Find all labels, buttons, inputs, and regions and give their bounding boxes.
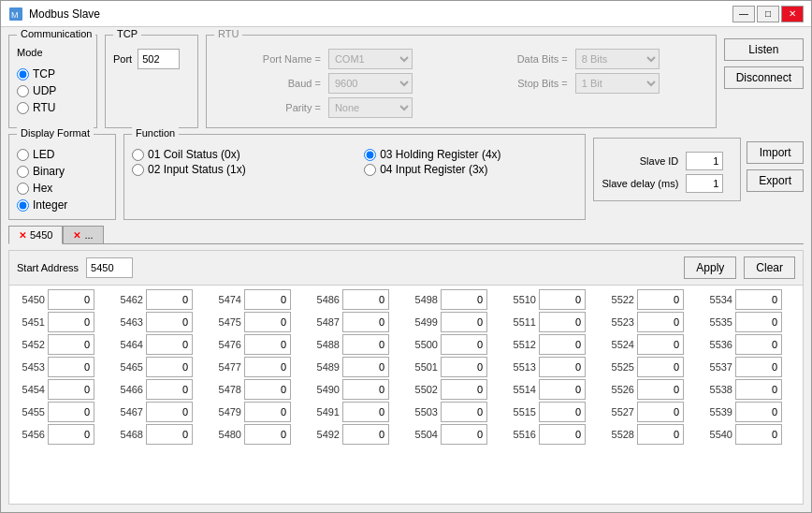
- start-address-input[interactable]: [86, 257, 133, 278]
- rtu-radio[interactable]: [17, 102, 29, 114]
- register-value-input[interactable]: [539, 357, 586, 377]
- export-button[interactable]: Export: [747, 169, 804, 192]
- register-value-input[interactable]: [244, 424, 291, 445]
- register-value-input[interactable]: [146, 402, 193, 422]
- led-radio[interactable]: [17, 149, 29, 161]
- register-value-input[interactable]: [539, 289, 586, 310]
- register-value-input[interactable]: [539, 402, 586, 422]
- func01-radio[interactable]: [132, 149, 144, 161]
- import-button[interactable]: Import: [747, 141, 804, 164]
- minimize-button[interactable]: —: [732, 6, 755, 22]
- register-value-input[interactable]: [637, 402, 684, 422]
- clear-button[interactable]: Clear: [744, 256, 795, 279]
- register-value-input[interactable]: [735, 357, 782, 377]
- register-value-input[interactable]: [637, 312, 684, 332]
- func02-radio[interactable]: [132, 164, 144, 176]
- register-value-input[interactable]: [735, 312, 782, 332]
- register-value-input[interactable]: [342, 402, 389, 422]
- port-name-select[interactable]: COM1: [328, 49, 413, 69]
- register-value-input[interactable]: [244, 289, 291, 310]
- register-value-input[interactable]: [441, 334, 487, 355]
- register-value-input[interactable]: [441, 424, 487, 445]
- register-value-input[interactable]: [441, 289, 487, 310]
- baud-select[interactable]: 9600: [328, 73, 413, 94]
- maximize-button[interactable]: □: [757, 6, 779, 22]
- tcp-radio[interactable]: [17, 68, 29, 81]
- register-value-input[interactable]: [48, 334, 94, 355]
- slave-id-input[interactable]: [686, 152, 723, 170]
- register-value-input[interactable]: [48, 312, 94, 332]
- register-address: 5463: [113, 316, 143, 328]
- register-address: 5514: [506, 384, 536, 395]
- register-value-input[interactable]: [244, 357, 291, 377]
- register-value-input[interactable]: [735, 379, 782, 400]
- register-value-input[interactable]: [637, 334, 684, 355]
- register-value-input[interactable]: [441, 312, 487, 332]
- register-value-input[interactable]: [539, 379, 586, 400]
- register-address: 5516: [506, 429, 536, 440]
- func03-label: 03 Holding Register (4x): [380, 148, 500, 161]
- register-value-input[interactable]: [48, 289, 94, 310]
- register-value-input[interactable]: [146, 289, 193, 310]
- register-address: 5536: [703, 339, 732, 350]
- register-cell: 5539: [703, 402, 797, 422]
- stop-bits-select[interactable]: 1 Bit: [575, 73, 660, 94]
- binary-radio[interactable]: [17, 166, 29, 178]
- register-value-input[interactable]: [244, 334, 291, 355]
- apply-button[interactable]: Apply: [684, 256, 736, 279]
- parity-select[interactable]: None: [328, 97, 413, 118]
- register-value-input[interactable]: [637, 379, 684, 400]
- register-value-input[interactable]: [244, 402, 291, 422]
- register-value-input[interactable]: [146, 357, 193, 377]
- listen-button[interactable]: Listen: [724, 38, 804, 61]
- register-value-input[interactable]: [637, 289, 684, 310]
- register-value-input[interactable]: [735, 424, 782, 445]
- register-value-input[interactable]: [539, 334, 586, 355]
- udp-radio[interactable]: [17, 85, 29, 97]
- disconnect-button[interactable]: Disconnect: [724, 66, 804, 89]
- hex-radio[interactable]: [17, 183, 29, 195]
- window-icon: M: [8, 7, 23, 22]
- register-value-input[interactable]: [48, 402, 94, 422]
- data-bits-select[interactable]: 8 Bits: [575, 49, 660, 69]
- slave-delay-input[interactable]: [686, 174, 723, 193]
- func04-radio[interactable]: [364, 164, 376, 176]
- register-value-input[interactable]: [244, 312, 291, 332]
- register-value-input[interactable]: [244, 379, 291, 400]
- register-value-input[interactable]: [48, 424, 94, 445]
- register-value-input[interactable]: [441, 357, 487, 377]
- func01-label: 01 Coil Status (0x): [148, 148, 240, 161]
- tab-5450[interactable]: ✕ 5450: [8, 226, 63, 244]
- register-address: 5450: [15, 294, 45, 305]
- close-button[interactable]: ✕: [781, 6, 804, 22]
- register-value-input[interactable]: [342, 334, 389, 355]
- register-value-input[interactable]: [441, 402, 487, 422]
- register-value-input[interactable]: [441, 379, 487, 400]
- register-value-input[interactable]: [146, 334, 193, 355]
- register-value-input[interactable]: [146, 379, 193, 400]
- register-value-input[interactable]: [342, 379, 389, 400]
- register-address: 5478: [211, 384, 241, 395]
- register-value-input[interactable]: [735, 334, 782, 355]
- port-input[interactable]: [138, 49, 180, 69]
- register-value-input[interactable]: [735, 289, 782, 310]
- register-value-input[interactable]: [539, 312, 586, 332]
- register-value-input[interactable]: [146, 424, 193, 445]
- register-value-input[interactable]: [539, 424, 586, 445]
- register-value-input[interactable]: [342, 289, 389, 310]
- register-cell: 5463: [113, 312, 208, 332]
- register-value-input[interactable]: [48, 379, 94, 400]
- register-value-input[interactable]: [342, 312, 389, 332]
- tab-ellipsis[interactable]: ✕ ...: [63, 226, 103, 243]
- func03-radio[interactable]: [364, 149, 376, 161]
- register-value-input[interactable]: [48, 357, 94, 377]
- register-value-input[interactable]: [735, 402, 782, 422]
- register-value-input[interactable]: [637, 424, 684, 445]
- register-value-input[interactable]: [146, 312, 193, 332]
- register-value-input[interactable]: [342, 357, 389, 377]
- register-address: 5511: [506, 316, 536, 328]
- register-value-input[interactable]: [342, 424, 389, 445]
- integer-radio[interactable]: [17, 199, 29, 212]
- register-address: 5491: [310, 406, 340, 418]
- register-value-input[interactable]: [637, 357, 684, 377]
